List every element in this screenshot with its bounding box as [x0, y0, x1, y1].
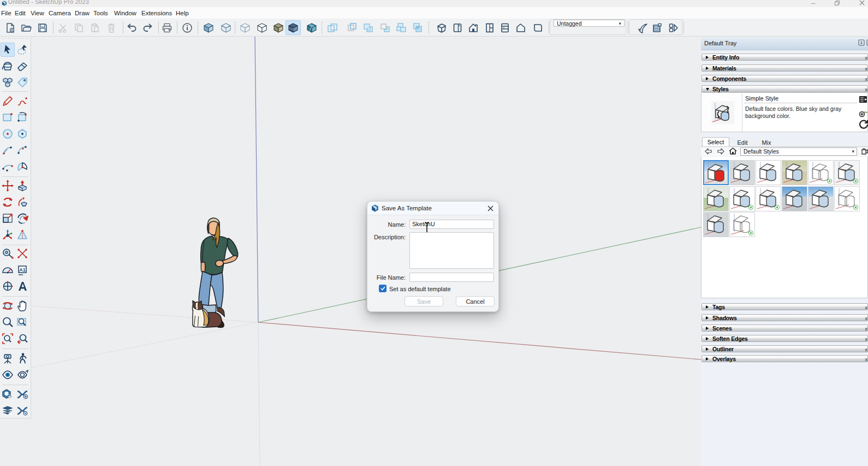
svg-text:A1: A1: [19, 267, 26, 273]
